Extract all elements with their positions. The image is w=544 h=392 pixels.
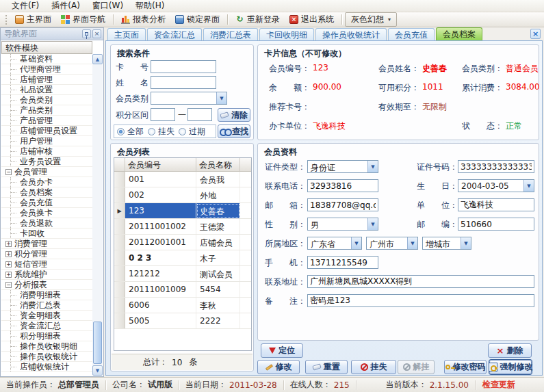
chevron-down-icon[interactable]: ▼ xyxy=(216,92,226,104)
find-button[interactable]: 查找 xyxy=(218,125,250,138)
report-loss-button[interactable]: 挂失 xyxy=(351,360,396,374)
tab-consume-summary[interactable]: 消费汇总表 xyxy=(203,28,258,41)
member-row-3[interactable]: 20111001002王德梁 xyxy=(114,219,251,235)
city-select[interactable]: 广州市 ▼ xyxy=(366,237,418,250)
member-row-6[interactable]: 121212测试会员 xyxy=(114,266,251,282)
gender-select[interactable]: 男 ▼ xyxy=(307,218,378,231)
column-member-no[interactable]: 会员编号 xyxy=(125,158,196,171)
address-input[interactable] xyxy=(307,275,534,288)
sidebar-item-20[interactable]: +短信管理 xyxy=(1,259,92,270)
sidebar-item-8[interactable]: 用户管理 xyxy=(1,136,92,146)
chevron-down-icon[interactable]: ▼ xyxy=(461,237,471,249)
sidebar-item-28[interactable]: 操作员收银明细 xyxy=(1,341,92,352)
force-modify-button[interactable]: 强制修改 xyxy=(489,360,532,374)
points-max-input[interactable] xyxy=(187,108,212,121)
member-row-2[interactable]: ▶123史善春 xyxy=(114,203,251,219)
sidebar-item-10[interactable]: 业务员设置 xyxy=(1,157,92,167)
sidebar-item-18[interactable]: +消费管理 xyxy=(1,239,92,249)
district-select[interactable]: 增城市 ▼ xyxy=(422,237,471,250)
tree-root-header[interactable]: 软件模块 xyxy=(1,41,92,54)
sidebar-item-26[interactable]: 资金流汇总 xyxy=(1,321,92,331)
id-number-input[interactable] xyxy=(458,160,534,173)
tab-member-archive[interactable]: 会员档案 xyxy=(436,27,482,41)
sidebar-item-30[interactable]: 店铺收银统计 xyxy=(1,362,92,372)
theme-dropdown-button[interactable]: 灰色幻想 ▾ xyxy=(345,12,397,27)
sidebar-item-19[interactable]: +积分管理 xyxy=(1,249,92,259)
sidebar-item-5[interactable]: 产品类别 xyxy=(1,105,92,116)
sidebar-item-11[interactable]: −会员管理 xyxy=(1,167,92,177)
sidebar-item-27[interactable]: 积分明细表 xyxy=(1,331,92,341)
nav-button[interactable]: 界面导航 xyxy=(56,12,110,27)
sidebar-item-4[interactable]: 会员类别 xyxy=(1,95,92,105)
card-no-input[interactable] xyxy=(151,60,216,73)
chevron-down-icon[interactable]: ▼ xyxy=(351,237,361,249)
sidebar-item-25[interactable]: 资金明细表 xyxy=(1,311,92,321)
member-row-1[interactable]: 002外地 xyxy=(114,187,251,203)
check-update-link[interactable]: 检查更新 xyxy=(476,379,522,391)
sidebar-item-22[interactable]: −分析报表 xyxy=(1,280,92,290)
close-icon[interactable]: × xyxy=(92,29,101,38)
menu-plugins[interactable]: 插件(A) xyxy=(45,0,86,12)
menu-file[interactable]: 文件(F) xyxy=(5,0,45,12)
sidebar-item-29[interactable]: 操作员收银统计 xyxy=(1,352,92,362)
modify-button[interactable]: 修改 xyxy=(257,360,300,374)
sidebar-item-13[interactable]: 会员档案 xyxy=(1,187,92,198)
sidebar-item-24[interactable]: 消费汇总表 xyxy=(1,300,92,311)
tab-member-recharge[interactable]: 会员充值 xyxy=(388,28,435,41)
member-row-4[interactable]: 20112001001店铺会员 xyxy=(114,235,251,250)
member-row-7[interactable]: 201110010095454 xyxy=(114,282,251,298)
sidebar-item-3[interactable]: 礼品设置 xyxy=(1,85,92,95)
chevron-down-icon[interactable]: ▼ xyxy=(407,237,417,249)
sidebar-item-17[interactable]: 卡回收 xyxy=(1,228,92,239)
radio-loss[interactable] xyxy=(148,128,155,135)
radio-expired[interactable] xyxy=(179,128,186,135)
chevron-down-icon[interactable]: ▼ xyxy=(367,161,378,172)
zip-input[interactable] xyxy=(458,218,534,231)
exit-system-button[interactable]: × 退出系统 xyxy=(285,12,339,27)
tab-home[interactable]: 主页面 xyxy=(107,28,146,41)
delete-button[interactable]: × 删除 xyxy=(488,343,532,358)
sidebar-item-23[interactable]: 消费明细表 xyxy=(1,290,92,300)
member-row-8[interactable]: 6006李秋 xyxy=(114,298,251,313)
member-row-0[interactable]: 001会员我 xyxy=(114,172,251,187)
pin-icon[interactable] xyxy=(82,29,91,38)
company-input[interactable] xyxy=(458,198,534,211)
main-screen-button[interactable]: 主界面 xyxy=(10,12,56,27)
tab-operator-stats[interactable]: 操作员收银统计 xyxy=(315,28,387,41)
id-type-select[interactable]: 身份证 ▼ xyxy=(307,160,378,173)
locate-button[interactable]: 定位 xyxy=(261,343,303,358)
scroll-up-icon[interactable]: ▲ xyxy=(92,54,103,64)
sidebar-item-1[interactable]: 代理商管理 xyxy=(1,64,92,75)
lock-screen-button[interactable]: 锁定界面 xyxy=(170,12,224,27)
email-input[interactable] xyxy=(307,198,378,211)
release-loss-button[interactable]: 解挂 xyxy=(398,360,435,374)
clear-button[interactable]: 清除 xyxy=(218,108,250,122)
sidebar-item-0[interactable]: 基础资料 xyxy=(1,54,92,64)
column-member-name[interactable]: 会员名称 xyxy=(196,158,240,171)
tab-card-recycle[interactable]: 卡回收明细 xyxy=(259,28,314,41)
province-select[interactable]: 广东省 ▼ xyxy=(307,237,362,250)
sidebar-scrollbar[interactable]: ▲ ▼ xyxy=(92,54,103,376)
remark-input[interactable] xyxy=(307,294,534,307)
tree-toggle-icon[interactable]: + xyxy=(5,272,12,278)
tree-toggle-icon[interactable]: − xyxy=(5,169,12,175)
close-icon[interactable]: × xyxy=(530,29,541,39)
sidebar-item-6[interactable]: 产品管理 xyxy=(1,116,92,126)
sidebar-item-12[interactable]: 会员办卡 xyxy=(1,177,92,187)
member-row-5[interactable]: 0 2 3木子 xyxy=(114,250,251,266)
sidebar-item-7[interactable]: 店铺管理员设置 xyxy=(1,126,92,136)
menu-window[interactable]: 窗口(W) xyxy=(86,0,129,12)
sidebar-item-16[interactable]: 会员退款 xyxy=(1,218,92,228)
scrollbar-thumb[interactable] xyxy=(93,322,102,364)
sidebar-item-9[interactable]: 店铺审核 xyxy=(1,146,92,157)
reset-button[interactable]: 重置 xyxy=(305,360,348,374)
menu-help[interactable]: 帮助(H) xyxy=(129,0,170,12)
relogin-button[interactable]: ↻ 重新登录 xyxy=(231,12,285,27)
points-min-input[interactable] xyxy=(151,108,175,121)
tree-toggle-icon[interactable]: − xyxy=(5,282,12,288)
scroll-down-icon[interactable]: ▼ xyxy=(92,365,103,376)
tree-toggle-icon[interactable]: + xyxy=(5,241,12,247)
radio-all[interactable] xyxy=(117,128,125,135)
sidebar-item-2[interactable]: 店铺管理 xyxy=(1,75,92,85)
chevron-down-icon[interactable]: ▼ xyxy=(367,218,378,230)
